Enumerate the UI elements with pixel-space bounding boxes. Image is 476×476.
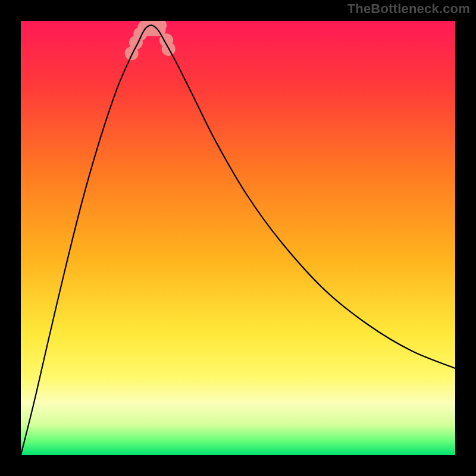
chart-plot-area	[21, 21, 455, 455]
attribution-text: TheBottleneck.com	[347, 1, 470, 17]
bottleneck-chart	[21, 21, 455, 455]
gradient-background	[21, 21, 455, 455]
